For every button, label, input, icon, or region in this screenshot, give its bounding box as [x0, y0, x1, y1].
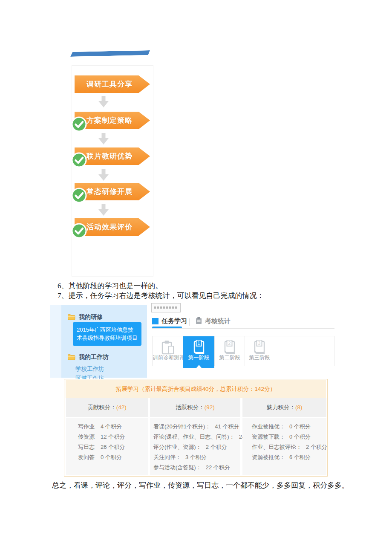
flow-step-label: 联片教研优势	[86, 151, 133, 161]
activity-points-header: 活跃积分：(92)	[150, 398, 240, 417]
tab-assessment-stats[interactable]: 考核统计	[205, 317, 231, 325]
points-panel: 拓展学习（累计最高折合项目成绩40分，总累计积分：142分） 贡献积分：(42)…	[64, 379, 328, 477]
points-row: 资源被下载：0 个积分	[252, 432, 326, 442]
doc-closing-line: 总之，看课，评论，评分，写作业，传资源，写日志，一个都不能少，多多回复，积分多多…	[52, 480, 349, 490]
arrow-down-icon	[98, 169, 109, 181]
stage-3[interactable]: 3 第三阶段	[244, 336, 275, 366]
book-2-icon: 2	[222, 340, 237, 356]
points-row: 资源被推优：6 个积分	[252, 452, 326, 462]
stage-label: 训前诊断测评	[153, 354, 183, 361]
column-total: (92)	[205, 404, 215, 410]
sidebar-item-project[interactable]: 2015年广西区培信息技术县级指导教师培训项目	[73, 322, 141, 346]
flow-step-banner[interactable]: 调研工具分享	[75, 75, 150, 93]
check-icon	[71, 188, 87, 203]
book-number: 2	[228, 341, 231, 346]
contribution-points-header: 贡献积分：(42)	[66, 398, 148, 417]
sidebar: 我的研修 2015年广西区培信息技术县级指导教师培训项目 我的工作坊 学校工作坊…	[50, 305, 147, 378]
charm-points-body: 作业被推优：0 个积分 资源被下载：0 个积分 作业、日志被评论：2 个积分 资…	[242, 418, 326, 475]
column-title: 魅力积分：	[267, 404, 296, 410]
points-row: 评论(课程、作业、日志、问答)：24 个积分	[153, 432, 240, 442]
points-row: 参与活动(含答疑)：22 个积分	[153, 462, 240, 473]
document-page: 调研工具分享 方案制定策略 联片教研优势 常态研修开展 活动效果评价 6、其他	[0, 0, 392, 555]
tab-hairline	[152, 328, 334, 329]
stage-2[interactable]: 2 第二阶段	[214, 336, 245, 366]
points-row: 作业被推优：0 个积分	[252, 422, 326, 432]
project-label: 2015年广西区培信息技术县级指导教师培训项目	[77, 327, 138, 341]
activity-points-body: 看课(20分钟1个积分)：41 个积分 评论(课程、作业、日志、问答)：24 个…	[150, 418, 240, 475]
tab-task-learning[interactable]: 任务学习	[161, 317, 187, 325]
sidebar-section-label: 我的工作坊	[79, 353, 109, 361]
column-title: 活跃积分：	[176, 404, 205, 410]
check-icon	[71, 152, 87, 168]
decorative-blue-bar	[70, 50, 150, 57]
points-row: 写作业4 个积分	[78, 422, 148, 432]
clipboard-test-icon	[160, 340, 176, 356]
stage-pretest[interactable]: 训前诊断测评	[153, 336, 183, 366]
folder-icon	[67, 354, 75, 361]
folder-icon	[67, 314, 75, 321]
flow-step-label: 活动效果评价	[86, 222, 133, 232]
check-icon	[71, 223, 87, 239]
sidebar-section-my-workshop[interactable]: 我的工作坊	[67, 353, 109, 361]
tab-separator	[189, 318, 190, 326]
cropped-button	[151, 303, 181, 312]
flow-step-label: 常态研修开展	[86, 187, 133, 197]
contribution-points-body: 写作业4 个积分 传资源12 个积分 写日志26 个积分 发问答0 个积分	[66, 418, 148, 475]
points-row: 发问答0 个积分	[78, 452, 148, 462]
stage-label: 第一阶段	[183, 354, 214, 361]
stage-label: 第二阶段	[215, 354, 245, 361]
stage-1[interactable]: 1 第一阶段	[183, 336, 214, 368]
book-number: 3	[258, 341, 261, 346]
column-total: (8)	[295, 404, 303, 410]
sidebar-section-my-training[interactable]: 我的研修	[67, 313, 103, 321]
book-1-icon: 1	[191, 340, 207, 356]
points-row: 关注同伴：3 个积分	[153, 452, 240, 462]
task-tab-square-icon	[152, 318, 159, 324]
book-3-icon: 3	[252, 340, 267, 356]
arrow-down-icon	[98, 133, 109, 145]
column-title: 贡献积分：	[87, 404, 116, 410]
flowchart-panel	[72, 65, 153, 277]
points-panel-header: 拓展学习（累计最高折合项目成绩40分，总累计积分：142分）	[66, 380, 326, 398]
flow-step-label: 调研工具分享	[86, 79, 133, 89]
cropped-button-text	[154, 306, 178, 309]
flow-step-label: 方案制定策略	[86, 116, 133, 125]
stage-label: 第三阶段	[244, 354, 275, 361]
arrow-down-icon	[98, 204, 109, 216]
stage-row: 训前诊断测评 1 第一阶段 2 第二阶段	[152, 336, 334, 366]
book-number: 1	[197, 341, 200, 346]
charm-points-header: 魅力积分：(8)	[242, 398, 326, 417]
points-row: 传资源12 个积分	[78, 432, 148, 442]
points-row: 评分(作业、资源)：2 个积分	[153, 442, 240, 452]
points-row: 作业、日志被评论：2 个积分	[252, 442, 326, 452]
doc-line-7: 7、提示，任务学习右边是考核统计，可以看见自己完成的情况：	[58, 291, 264, 301]
sidebar-section-label: 我的研修	[79, 313, 103, 321]
doc-line-6: 6、其他阶段的学习也是一样的。	[58, 281, 163, 291]
arrow-down-icon	[98, 96, 109, 108]
clipboard-icon	[196, 317, 202, 324]
points-row: 写日志26 个积分	[78, 442, 148, 452]
column-total: (42)	[116, 404, 127, 410]
sidebar-link-school-workshop[interactable]: 学校工作坊	[75, 365, 104, 373]
check-icon	[71, 116, 87, 132]
points-row: 看课(20分钟1个积分)：41 个积分	[153, 422, 240, 432]
